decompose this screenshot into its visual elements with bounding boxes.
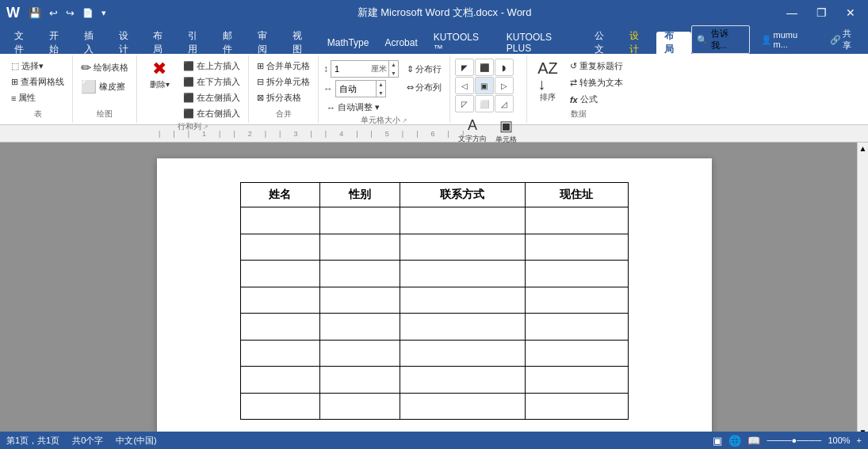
auto-adjust-btn[interactable]: ↔ 自动调整 ▾	[323, 100, 399, 115]
table-cell[interactable]	[240, 261, 320, 287]
insert-below-btn[interactable]: ⬛ 在下方插入	[180, 74, 243, 89]
tab-layout[interactable]: 布局	[145, 32, 180, 54]
insert-left-btn[interactable]: ⬛ 在左侧插入	[180, 90, 243, 105]
table-cell[interactable]	[320, 367, 400, 394]
share-btn[interactable]: 🔗 共享	[825, 26, 865, 53]
vertical-scrollbar[interactable]: ▲ ▼	[857, 143, 868, 438]
table-cell[interactable]	[240, 340, 320, 367]
table-cell[interactable]	[526, 234, 628, 261]
table-row[interactable]	[240, 314, 628, 341]
table-cell[interactable]	[320, 314, 400, 341]
draw-table-btn[interactable]: ✏ 绘制表格	[78, 59, 132, 77]
zoom-slider[interactable]: ────●────	[767, 436, 821, 445]
delete-btn[interactable]: ✖ 删除▾	[142, 59, 177, 92]
tab-review[interactable]: 审阅	[250, 32, 285, 54]
tab-kutools-plus[interactable]: KUTOOLS PLUS	[499, 32, 587, 54]
eraser-btn[interactable]: ⬜ 橡皮擦	[78, 78, 132, 96]
select-btn[interactable]: ⬚ 选择▾	[8, 59, 67, 74]
table-cell[interactable]	[526, 340, 628, 367]
view-gridlines-btn[interactable]: ⊞ 查看网格线	[8, 74, 67, 89]
table-cell[interactable]	[240, 234, 320, 261]
col-width-up[interactable]: ▲	[377, 80, 385, 89]
tab-design[interactable]: 设计	[111, 32, 146, 54]
document-table[interactable]: 姓名 性别 联系方式 现住址	[240, 182, 629, 420]
table-row[interactable]	[240, 393, 628, 420]
table-cell[interactable]	[240, 314, 320, 341]
table-cell[interactable]	[320, 234, 400, 261]
view-mode-print[interactable]: ▣	[713, 435, 722, 447]
table-cell[interactable]	[526, 261, 628, 287]
user-account-btn[interactable]: 👤 mumu m...	[756, 29, 820, 51]
align-bottom-right-btn[interactable]: ◿	[495, 95, 514, 112]
table-cell[interactable]	[320, 393, 400, 420]
tab-gongwen[interactable]: 公文	[587, 32, 621, 54]
restore-btn[interactable]: ❐	[810, 5, 833, 21]
table-cell[interactable]	[240, 207, 320, 234]
table-cell[interactable]	[400, 234, 525, 261]
table-row[interactable]	[240, 261, 628, 287]
table-cell[interactable]	[240, 393, 320, 420]
table-row[interactable]	[240, 367, 628, 394]
sort-btn[interactable]: AZ↓ 排序	[532, 59, 564, 105]
align-middle-left-btn[interactable]: ◁	[455, 77, 474, 94]
tab-table-layout[interactable]: 布局	[656, 32, 691, 54]
align-top-left-btn[interactable]: ◤	[455, 59, 474, 76]
customize-quick-btn[interactable]: ▾	[99, 6, 109, 20]
dist-row-btn[interactable]: ⇕ 分布行	[403, 62, 445, 77]
tab-mathtype[interactable]: MathType	[319, 32, 377, 54]
align-bottom-left-btn[interactable]: ◸	[455, 95, 474, 112]
save-quick-btn[interactable]: 💾	[26, 6, 44, 21]
col-width-down[interactable]: ▼	[377, 89, 385, 97]
repeat-header-btn[interactable]: ↺ 重复标题行	[567, 59, 626, 74]
view-mode-read[interactable]: 📖	[748, 435, 760, 447]
view-mode-web[interactable]: 🌐	[728, 435, 741, 447]
close-btn[interactable]: ✕	[839, 5, 862, 21]
convert-text-btn[interactable]: ⇄ 转换为文本	[567, 75, 626, 90]
table-cell[interactable]	[320, 207, 400, 234]
row-height-up[interactable]: ▲	[389, 60, 398, 69]
table-cell[interactable]	[526, 287, 628, 314]
table-cell[interactable]	[400, 367, 525, 394]
table-cell[interactable]	[400, 393, 525, 420]
split-cells-btn[interactable]: ⊟ 拆分单元格	[254, 74, 313, 89]
row-height-spinner[interactable]: 1 厘米 ▲ ▼	[331, 60, 399, 78]
properties-btn[interactable]: ≡ 属性	[8, 90, 67, 105]
table-row[interactable]	[240, 287, 628, 314]
align-bottom-center-btn[interactable]: ⬜	[475, 95, 494, 112]
table-cell[interactable]	[526, 393, 628, 420]
dist-col-btn[interactable]: ⇔ 分布列	[403, 80, 445, 95]
tab-mailings[interactable]: 邮件	[215, 32, 250, 54]
align-top-right-btn[interactable]: ◗	[495, 59, 514, 76]
align-top-center-btn[interactable]: ⬛	[475, 59, 494, 76]
table-cell[interactable]	[526, 207, 628, 234]
align-middle-right-btn[interactable]: ▷	[495, 77, 514, 94]
table-cell[interactable]	[320, 287, 400, 314]
tab-file[interactable]: 文件	[6, 32, 41, 54]
tab-home[interactable]: 开始	[41, 32, 76, 54]
print-quick-btn[interactable]: 📄	[80, 6, 96, 20]
split-table-btn[interactable]: ⊠ 拆分表格	[254, 90, 313, 105]
table-cell[interactable]	[526, 314, 628, 341]
table-cell[interactable]	[320, 261, 400, 287]
table-row[interactable]	[240, 234, 628, 261]
row-height-down[interactable]: ▼	[389, 69, 398, 78]
tab-kutools[interactable]: KUTOOLS ™	[426, 32, 499, 54]
tab-acrobat[interactable]: Acrobat	[377, 32, 425, 54]
merge-cells-btn[interactable]: ⊞ 合并单元格	[254, 59, 313, 74]
redo-quick-btn[interactable]: ↪	[63, 6, 77, 21]
align-center-btn[interactable]: ▣	[475, 77, 494, 94]
tab-view[interactable]: 视图	[285, 32, 319, 54]
table-cell[interactable]	[526, 367, 628, 394]
table-row[interactable]	[240, 207, 628, 234]
undo-quick-btn[interactable]: ↩	[47, 6, 60, 21]
col-width-spinner[interactable]: 自动 ▲ ▼	[335, 80, 386, 97]
table-cell[interactable]	[400, 314, 525, 341]
table-cell[interactable]	[400, 340, 525, 367]
tab-insert[interactable]: 插入	[76, 32, 111, 54]
tab-references[interactable]: 引用	[180, 32, 215, 54]
table-cell[interactable]	[400, 287, 525, 314]
table-row[interactable]	[240, 340, 628, 367]
formula-btn[interactable]: fx 公式	[567, 92, 626, 107]
cellsize-expand-icon[interactable]: ↗	[402, 117, 407, 124]
table-cell[interactable]	[400, 207, 525, 234]
